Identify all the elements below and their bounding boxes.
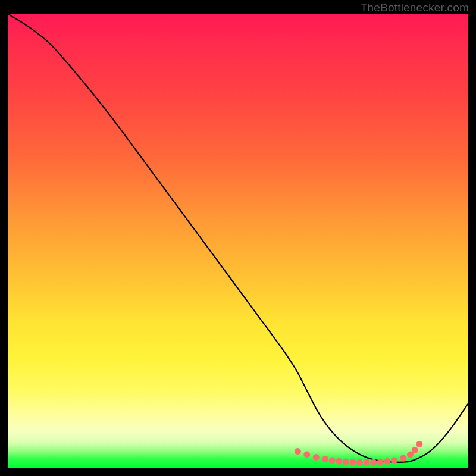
chart-overlay-svg xyxy=(8,14,468,468)
watermark-text: TheBottlenecker.com xyxy=(361,1,469,14)
highlight-dot xyxy=(303,451,310,458)
plot-area xyxy=(8,14,468,468)
highlight-dot xyxy=(295,448,301,455)
highlight-dot xyxy=(350,459,356,465)
highlight-dot xyxy=(313,454,320,461)
curve-line xyxy=(8,14,468,462)
highlight-dot xyxy=(322,456,328,462)
highlight-dot xyxy=(336,458,342,465)
highlight-dot xyxy=(416,441,422,447)
highlight-dot xyxy=(343,459,349,465)
highlight-dot xyxy=(377,459,384,465)
highlight-dot xyxy=(407,451,414,458)
bottleneck-curve xyxy=(8,14,468,462)
highlight-dot xyxy=(391,457,397,464)
highlight-dot xyxy=(329,457,336,464)
chart-stage: TheBottlenecker.com xyxy=(0,0,476,476)
highlight-dot xyxy=(356,459,363,465)
highlight-dot xyxy=(364,459,370,465)
highlight-markers xyxy=(295,441,423,465)
highlight-dot xyxy=(370,459,377,465)
highlight-dot xyxy=(400,455,406,462)
highlight-dot xyxy=(412,447,418,453)
highlight-dot xyxy=(384,458,390,465)
